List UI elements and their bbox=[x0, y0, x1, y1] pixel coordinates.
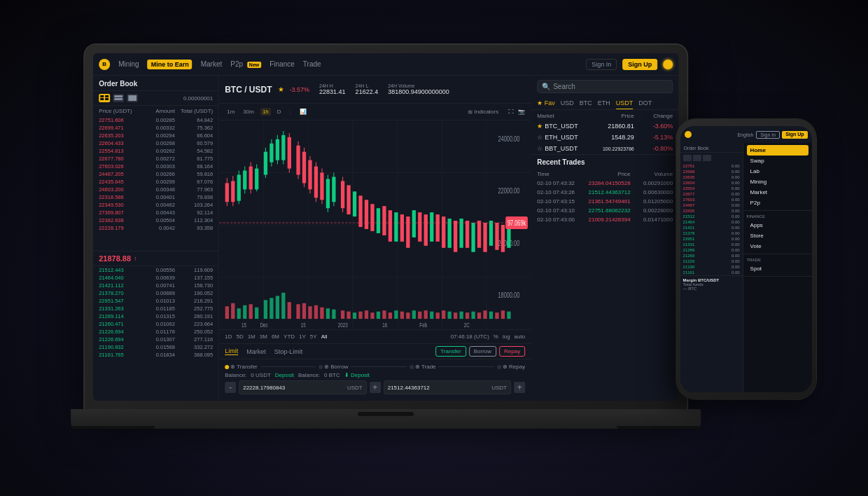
table-row[interactable]: 22951.5470.01013216.291 bbox=[93, 297, 218, 305]
phone-menu-mining[interactable]: Mining bbox=[747, 177, 808, 187]
nav-trade[interactable]: Trade bbox=[303, 60, 321, 68]
table-row[interactable]: 22349.5300.00462103.264 bbox=[93, 201, 218, 209]
tf-5y[interactable]: 5Y bbox=[310, 333, 317, 340]
table-row[interactable]: 22699.4710.0033275.362 bbox=[93, 124, 218, 132]
log-btn[interactable]: % bbox=[493, 333, 498, 340]
phone-menu-vote[interactable]: Vote bbox=[747, 241, 808, 252]
phone-menu-home[interactable]: Home bbox=[747, 145, 808, 156]
chart-type-btn[interactable]: 📊 bbox=[298, 108, 309, 116]
deposit-btc-btn[interactable]: ⬇ Deposit bbox=[344, 372, 370, 378]
tf-6m[interactable]: 6M bbox=[272, 333, 279, 340]
table-row[interactable]: 21378.2700.00889190.052 bbox=[93, 289, 218, 297]
nav-finance[interactable]: Finance bbox=[270, 60, 295, 68]
table-row[interactable]: 21421.1120.00741158.730 bbox=[93, 282, 218, 289]
camera-icon[interactable]: 📷 bbox=[518, 109, 525, 115]
signup-button[interactable]: Sign Up bbox=[622, 59, 657, 70]
table-row[interactable]: 24487.2050.0026659.816 bbox=[93, 170, 218, 178]
nav-market[interactable]: Market bbox=[201, 60, 223, 68]
tf-ytd[interactable]: YTD bbox=[284, 333, 295, 340]
table-row[interactable]: 22677.7800.0027261.775 bbox=[93, 155, 218, 163]
table-row[interactable]: 22604.4330.0026860.579 bbox=[93, 139, 218, 147]
amount-plus-btn[interactable]: + bbox=[514, 382, 525, 393]
transfer-button[interactable]: Transfer bbox=[435, 346, 466, 357]
pair-star[interactable]: ★ bbox=[278, 85, 284, 93]
table-row[interactable]: 22435.6450.0029967.076 bbox=[93, 178, 218, 186]
phone-menu-store[interactable]: Store bbox=[747, 230, 808, 241]
amount-input[interactable]: 21512.44363712 USDT bbox=[384, 380, 512, 394]
tab-btc[interactable]: BTC bbox=[580, 97, 592, 109]
tab-market[interactable]: Market bbox=[246, 348, 266, 355]
nav-p2p[interactable]: P2p New bbox=[230, 60, 261, 68]
tab-stop-limit[interactable]: Stop-Limit bbox=[274, 348, 303, 355]
phone-signin-button[interactable]: Sign In bbox=[756, 131, 780, 139]
fullscreen-icon[interactable]: ⛶ bbox=[508, 109, 514, 115]
theme-toggle-icon[interactable] bbox=[663, 60, 673, 69]
tf-3m[interactable]: 3M bbox=[260, 333, 267, 340]
repay-button[interactable]: Repay bbox=[499, 346, 525, 357]
market-row-btc[interactable]: ★ BTC_USDT 21860.81 -3.60% bbox=[531, 120, 678, 132]
tf-5d[interactable]: 5D bbox=[236, 333, 243, 340]
log-label[interactable]: log bbox=[503, 333, 510, 340]
table-row[interactable]: 22318.5860.0040179.838 bbox=[93, 193, 218, 201]
tf-d[interactable]: D bbox=[275, 108, 284, 116]
svg-rect-72 bbox=[388, 210, 392, 242]
table-row[interactable]: 22554.8130.0026254.582 bbox=[93, 147, 218, 155]
tf-1y[interactable]: 1Y bbox=[299, 333, 306, 340]
tf-1m[interactable]: 1m bbox=[225, 108, 237, 116]
tab-limit[interactable]: Limit bbox=[225, 347, 238, 355]
tab-dot[interactable]: DOT bbox=[638, 97, 652, 109]
tf-30m[interactable]: 30m bbox=[241, 108, 256, 116]
price-plus-btn[interactable]: + bbox=[370, 382, 381, 393]
table-row[interactable]: 21464.0400.00639137.155 bbox=[93, 274, 218, 282]
ob-view-all-btn[interactable] bbox=[99, 94, 110, 102]
table-row[interactable]: 21190.8320.01568332.272 bbox=[93, 343, 218, 351]
table-row[interactable]: 22751.6060.0028564.842 bbox=[93, 116, 218, 124]
tf-1d[interactable]: 1D bbox=[225, 333, 232, 340]
phone-menu-lab[interactable]: Lab bbox=[747, 166, 808, 177]
phone-menu-apps[interactable]: Apps bbox=[747, 220, 808, 230]
nav-mine-to-earn[interactable]: Mine to Earn bbox=[148, 60, 192, 69]
market-row-eth[interactable]: ☆ ETH_USDT 1548.29 -5.13% bbox=[531, 132, 678, 143]
tab-eth[interactable]: ETH bbox=[598, 97, 610, 109]
table-row[interactable]: 21260.4710.01062223.664 bbox=[93, 320, 218, 328]
signin-button[interactable]: Sign In bbox=[586, 59, 617, 70]
price-input[interactable]: 22228.17980843 USDT bbox=[239, 380, 367, 394]
table-row[interactable]: 21331.2630.01185252.775 bbox=[93, 305, 218, 312]
indicators-btn[interactable]: ≋ Indicators bbox=[465, 109, 502, 116]
table-row[interactable]: 21289.1140.01315280.191 bbox=[93, 312, 218, 320]
tf-1m[interactable]: 1M bbox=[248, 333, 255, 340]
phone-ob-btn-3[interactable] bbox=[703, 155, 711, 161]
nav-mining[interactable]: Mining bbox=[118, 60, 139, 68]
phone-ob-btn-2[interactable] bbox=[693, 155, 701, 161]
phone-signup-button[interactable]: Sign Up bbox=[782, 131, 807, 139]
table-row[interactable]: 22228.1790.004293.358 bbox=[93, 224, 218, 232]
table-row[interactable]: 21226.6940.01307277.116 bbox=[93, 336, 218, 343]
table-row[interactable]: 27369.8070.0044392.114 bbox=[93, 209, 218, 216]
ob-view-sells-btn[interactable] bbox=[113, 94, 124, 102]
table-row[interactable]: 21512.4430.00556119.609 bbox=[93, 266, 218, 274]
phone-ob-btn-1[interactable] bbox=[683, 155, 692, 161]
table-row[interactable]: 22635.2030.0029466.604 bbox=[93, 132, 218, 139]
tab-fav[interactable]: ★ Fav bbox=[537, 97, 555, 109]
tab-usdt[interactable]: USDT bbox=[616, 97, 634, 109]
trade-time-2: 02-10 07:43:26 bbox=[537, 189, 588, 195]
phone-menu-market[interactable]: Market bbox=[747, 187, 808, 198]
tab-usd[interactable]: USD bbox=[561, 97, 574, 109]
tf-all[interactable]: All bbox=[321, 333, 328, 340]
phone-menu-p2p[interactable]: P2p bbox=[747, 198, 808, 208]
search-box[interactable]: 🔍 Search bbox=[537, 80, 673, 93]
auto-btn[interactable]: auto bbox=[514, 333, 526, 340]
phone-menu-spot[interactable]: Spot bbox=[747, 263, 808, 274]
borrow-button[interactable]: Borrow bbox=[469, 346, 496, 357]
table-row[interactable]: 27603.0260.0030368.164 bbox=[93, 163, 218, 170]
market-row-bbt[interactable]: ☆ BBT_USDT 100.22923786 -0.80% bbox=[531, 143, 678, 154]
table-row[interactable]: 21226.6940.01178250.052 bbox=[93, 328, 218, 336]
tf-1h[interactable]: 1h bbox=[260, 108, 271, 116]
ob-view-buys-btn[interactable] bbox=[127, 94, 138, 102]
table-row[interactable]: 24603.2000.0034877.963 bbox=[93, 186, 218, 193]
price-minus-btn[interactable]: - bbox=[225, 382, 236, 393]
table-row[interactable]: 21161.7650.01834388.095 bbox=[93, 351, 218, 359]
deposit-usdt-btn[interactable]: Deposit bbox=[275, 372, 294, 378]
phone-menu-swap[interactable]: Swap bbox=[747, 156, 808, 166]
table-row[interactable]: 22382.6380.00504112.304 bbox=[93, 216, 218, 224]
